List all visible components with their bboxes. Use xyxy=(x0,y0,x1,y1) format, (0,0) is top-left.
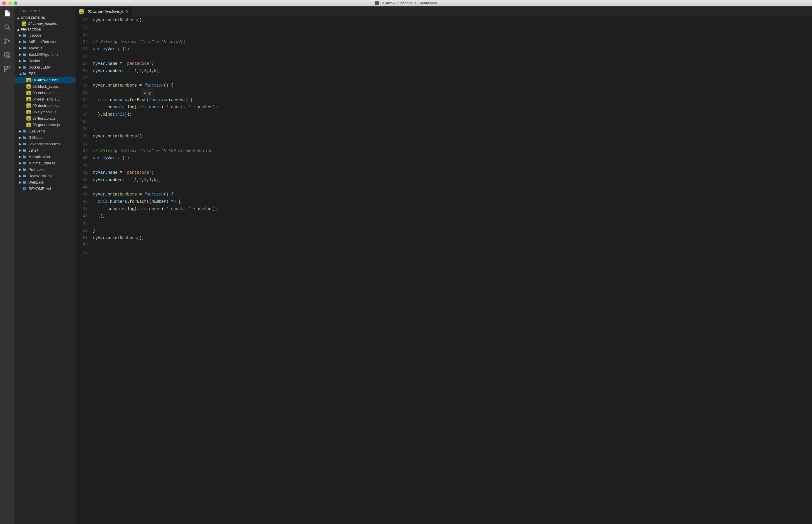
explorer-icon[interactable] xyxy=(3,9,11,17)
code-content[interactable]: myVar.printNumbers(); // Solving lexical… xyxy=(93,17,812,524)
line-gutter: 2122232425262728293031323334353637383940… xyxy=(76,17,93,524)
code-line[interactable]: myVar.numbers = [1,2,3,4,5]; xyxy=(93,67,812,75)
tree-item-label: AdBlockDetector xyxy=(29,39,56,44)
editor-body[interactable]: 2122232425262728293031323334353637383940… xyxy=(76,17,812,524)
file-item[interactable]: JS05-destructuri… xyxy=(15,102,76,109)
folder-icon xyxy=(22,39,27,44)
code-line[interactable]: myVar.printNumbers(); xyxy=(93,133,812,140)
file-item[interactable]: JS08-generators.js xyxy=(15,121,76,128)
open-editors-header[interactable]: ◢ OPEN EDITORS xyxy=(15,15,76,20)
window-maximize-button[interactable] xyxy=(14,1,17,5)
folder-item[interactable]: ▶GitBisect xyxy=(15,134,76,141)
folder-item[interactable]: ▶MinimalExpress… xyxy=(15,160,76,166)
chevron-icon: ▶ xyxy=(19,40,22,43)
code-line[interactable]: } xyxy=(93,227,812,234)
code-line[interactable]: myVar.printNumbers(); xyxy=(93,17,812,24)
code-line[interactable]: var myVar = {}; xyxy=(93,154,812,162)
project-header[interactable]: ◢ PENTACODE xyxy=(15,27,76,32)
line-number: 25 xyxy=(76,46,88,53)
svg-point-3 xyxy=(5,43,6,44)
chevron-icon: ▶ xyxy=(19,142,22,146)
file-item[interactable]: JS03-enhanced_… xyxy=(15,89,76,96)
code-line[interactable]: this.numbers.forEach(function(number) { xyxy=(93,96,812,104)
svg-rect-8 xyxy=(4,66,7,69)
code-line[interactable] xyxy=(93,24,812,31)
folder-item[interactable]: ▶JavascriptModules xyxy=(15,141,76,147)
folder-item[interactable]: ▶.vscode xyxy=(15,32,76,38)
code-line[interactable]: myVar.printNumbers = function() { xyxy=(93,82,812,89)
tree-item-label: 08-generators.js xyxy=(33,122,60,127)
search-icon[interactable] xyxy=(3,23,11,31)
source-control-icon[interactable] xyxy=(3,37,11,45)
tree-item-label: Webpack xyxy=(29,180,44,184)
line-number: 50 xyxy=(76,227,88,234)
code-line[interactable] xyxy=(93,31,812,38)
open-editor-item[interactable]: JS 01-arrow_functio… xyxy=(15,20,76,27)
code-line[interactable] xyxy=(93,75,812,82)
window-close-button[interactable] xyxy=(2,1,6,5)
close-icon[interactable]: × xyxy=(126,9,129,14)
sidebar-title: EXPLORER xyxy=(15,6,76,15)
code-line[interactable] xyxy=(93,242,812,249)
line-number: 33 xyxy=(76,104,88,111)
folder-item[interactable]: ▶Jshint xyxy=(15,147,76,153)
code-line[interactable] xyxy=(93,249,812,256)
folder-item[interactable]: ▶Memoization xyxy=(15,153,76,160)
file-item[interactable]: README.md xyxy=(15,185,76,192)
code-line[interactable] xyxy=(93,53,812,60)
file-item[interactable]: JS07-Iterators.js xyxy=(15,115,76,121)
open-editors-label: OPEN EDITORS xyxy=(21,16,45,19)
code-line[interactable] xyxy=(93,184,812,191)
folder-item[interactable]: ▶Prehooks xyxy=(15,166,76,173)
code-line[interactable]: } xyxy=(93,126,812,133)
chevron-icon: ▶ xyxy=(19,155,22,158)
code-line[interactable] xyxy=(93,162,812,169)
code-line[interactable] xyxy=(93,140,812,147)
file-item[interactable]: JS02-block_scop… xyxy=(15,83,76,89)
code-line[interactable]: myVar.numbers = [1,2,3,4,5]; xyxy=(93,176,812,184)
chevron-icon: ▶ xyxy=(19,66,22,69)
folder-item[interactable]: ▶Docker xyxy=(15,58,76,64)
chevron-icon: ▶ xyxy=(19,59,22,63)
folder-item[interactable]: ▶GAEvents xyxy=(15,128,76,134)
line-number: 41 xyxy=(76,162,88,169)
folder-item[interactable]: ▶Webpack xyxy=(15,179,76,185)
extensions-icon[interactable] xyxy=(3,65,11,73)
code-line[interactable]: myVar.name = 'pentacode'; xyxy=(93,169,812,176)
code-line[interactable] xyxy=(93,118,812,126)
window-minimize-button[interactable] xyxy=(8,1,12,5)
code-line[interactable] xyxy=(93,220,812,227)
code-line[interactable]: console.log(this.name + ' counts ' + num… xyxy=(93,104,812,111)
code-line[interactable] xyxy=(93,89,812,96)
chevron-icon: ▶ xyxy=(19,149,22,152)
code-line[interactable]: myVar.printNumbers(); xyxy=(93,234,812,242)
code-line[interactable]: myVar.printNumbers = function() { xyxy=(93,191,812,198)
file-item[interactable]: JS04-rest_and_s… xyxy=(15,96,76,102)
code-line[interactable]: // Solving lexical "This" with .bind() xyxy=(93,38,812,46)
file-item[interactable]: JS01-arrow_funct… xyxy=(15,77,76,83)
folder-item[interactable]: ▶DockerLEMP xyxy=(15,64,76,70)
code-line[interactable]: var myVar = {}; xyxy=(93,46,812,53)
info-icon xyxy=(22,186,27,191)
file-item[interactable]: JS06-Symbols.js xyxy=(15,109,76,115)
code-line[interactable]: // Solving lexical "This" with ES6 Arrow… xyxy=(93,147,812,154)
code-line[interactable]: console.log(this.name + ' counts ' + num… xyxy=(93,206,812,213)
folder-item[interactable]: ◢ES6 xyxy=(15,70,76,77)
js-file-icon: JS xyxy=(22,21,26,26)
chevron-icon: ▶ xyxy=(19,47,22,50)
chevron-down-icon: ◢ xyxy=(17,28,20,31)
code-line[interactable]: this.numbers.forEach((number) => { xyxy=(93,198,812,206)
debug-icon[interactable] xyxy=(3,51,11,59)
code-line[interactable]: }); xyxy=(93,213,812,220)
folder-item[interactable]: ▶AsyncJs xyxy=(15,45,76,51)
code-line[interactable]: myVar.name = 'pentacode'; xyxy=(93,60,812,67)
chevron-icon: ▶ xyxy=(19,181,22,184)
chevron-icon: ▶ xyxy=(19,53,22,56)
tab-active[interactable]: JS 01-arrow_functions.js × xyxy=(76,6,132,17)
folder-item[interactable]: ▶AdBlockDetector xyxy=(15,38,76,45)
folder-item[interactable]: ▶RedisAndChill xyxy=(15,173,76,179)
folder-item[interactable]: ▶BackOffAlgorithm xyxy=(15,51,76,58)
folder-icon xyxy=(22,65,27,69)
code-line[interactable]: }.bind(this)); xyxy=(93,111,812,118)
folder-icon xyxy=(22,46,27,50)
